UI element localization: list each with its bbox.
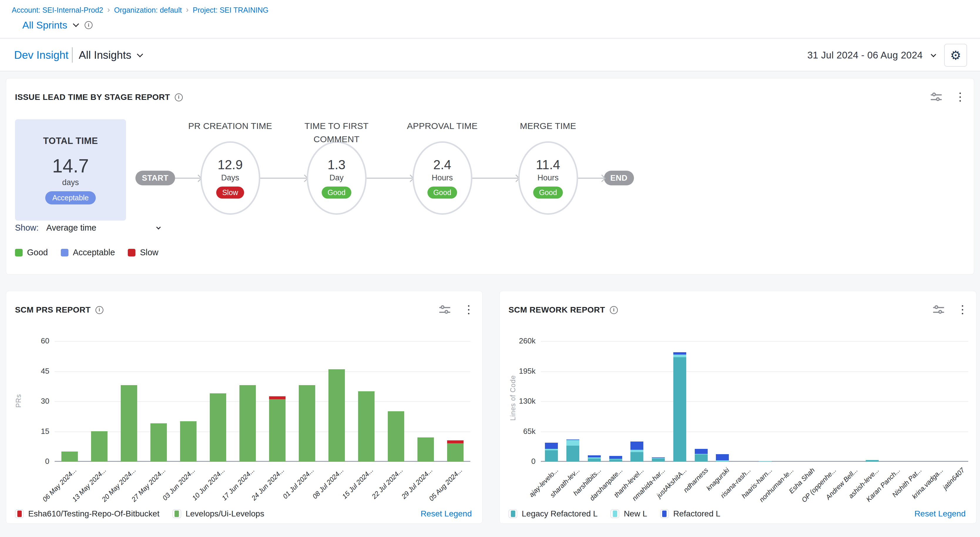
rework-legend: Legacy Refactored LNew LRefactored L Res…	[509, 509, 966, 518]
prs-legend: Esha610/Testing-Repo-Of-BitbucketLevelop…	[15, 509, 472, 518]
y-tick-label: 0	[25, 457, 49, 466]
insight-selector-label: All Insights	[79, 49, 131, 61]
bar-24 Jun 2024...[interactable]	[269, 396, 286, 461]
flow-stage-3: APPROVAL TIME2.4HoursGood	[412, 119, 473, 215]
sliders-icon[interactable]	[931, 92, 942, 102]
legend-item: Good	[15, 248, 48, 257]
bar-15 Jul 2024...[interactable]	[358, 391, 375, 461]
bar-ajay-levelo...[interactable]	[545, 443, 558, 461]
bar-segment	[545, 443, 558, 449]
chevron-down-icon	[73, 21, 79, 27]
gear-icon: ⚙	[950, 48, 961, 63]
flow-stage-4: MERGE TIME11.4HoursGood	[518, 119, 578, 215]
legend-item[interactable]: Legacy Refactored L	[509, 509, 598, 518]
bar-knagurski[interactable]	[716, 454, 729, 461]
legend-item[interactable]: Refactored L	[660, 509, 720, 518]
bar-nmahida-har...[interactable]	[652, 458, 665, 461]
legend-label: Good	[27, 248, 48, 257]
stage-circle[interactable]: 12.9DaysSlow	[200, 141, 260, 215]
bar-06 May 2024...[interactable]	[61, 451, 78, 461]
bar-segment	[673, 357, 686, 461]
stage-unit: Day	[329, 173, 344, 183]
bar-ndharness[interactable]	[695, 449, 708, 461]
flow-end-pill: END	[604, 171, 634, 185]
bar-03 Jun 2024...[interactable]	[180, 421, 197, 461]
bar-08 Jul 2024...[interactable]	[328, 369, 345, 461]
bar-darshanpate...[interactable]	[609, 456, 622, 461]
bar-ashish-leve...[interactable]	[866, 460, 879, 461]
stage-value: 2.4	[433, 157, 451, 172]
sprint-selector-label[interactable]: All Sprints	[22, 19, 67, 31]
stage-circle[interactable]: 2.4HoursGood	[412, 141, 473, 215]
bar-01 Jul 2024...[interactable]	[299, 385, 315, 461]
legend-label: Levelops/Ui-Levelops	[186, 509, 264, 518]
bar-05 Aug 2024...[interactable]	[447, 440, 464, 461]
scm-prs-panel: SCM PRS REPORT i PRs 01530456006 May 202…	[6, 291, 483, 524]
legend-label: Slow	[140, 248, 158, 257]
bar-27 May 2024...[interactable]	[150, 423, 167, 461]
reset-legend-link[interactable]: Reset Legend	[915, 509, 966, 518]
date-range-selector[interactable]: 31 Jul 2024 - 06 Aug 2024	[807, 50, 923, 61]
legend-item[interactable]: Esha610/Testing-Repo-Of-Bitbucket	[15, 509, 159, 518]
show-value[interactable]: Average time	[46, 223, 96, 233]
insight-selector[interactable]: All Insights	[79, 49, 142, 61]
lead-time-legend: GoodAcceptableSlow	[15, 248, 158, 257]
reset-legend-link[interactable]: Reset Legend	[421, 509, 472, 518]
bar-29 Jul 2024...[interactable]	[417, 437, 434, 461]
bar-segment	[630, 452, 643, 461]
bar-justAkshitA...[interactable]	[673, 352, 686, 461]
stage-circle[interactable]: 11.4HoursGood	[518, 141, 578, 215]
bar-sharath-lev...[interactable]	[566, 440, 579, 461]
gridline	[541, 432, 968, 432]
y-tick-label: 45	[25, 367, 49, 376]
bar-segment	[269, 396, 286, 399]
stage-name: MERGE TIME	[500, 119, 597, 132]
show-dropdown[interactable]: Show: Average time	[15, 223, 160, 233]
lead-time-flow: STARTPR CREATION TIME12.9DaysSlowTIME TO…	[135, 119, 634, 219]
stage-unit: Days	[221, 173, 239, 183]
bar-segment	[447, 440, 464, 443]
bar-segment	[673, 354, 686, 357]
bar-13 May 2024...[interactable]	[91, 431, 108, 461]
bar-segment	[588, 455, 601, 458]
bar-20 May 2024...[interactable]	[121, 385, 137, 461]
bar-haaris-harn...[interactable]	[759, 461, 772, 461]
bar-22 Jul 2024...[interactable]	[388, 411, 404, 461]
bar-segment	[759, 461, 772, 461]
prs-chart: PRs 01530456006 May 2024...13 May 2024..…	[6, 291, 482, 523]
legend-swatch	[172, 509, 181, 518]
dev-insight-link[interactable]: Dev Insight	[14, 49, 68, 61]
breadcrumb-item[interactable]: Organization: default	[114, 6, 182, 14]
bar-segment	[673, 352, 686, 354]
bar-segment	[417, 437, 434, 461]
bar-segment	[588, 459, 601, 461]
y-tick-label: 15	[25, 427, 49, 436]
sprint-selector[interactable]: All Sprints i	[22, 19, 92, 31]
bar-thanh-level...[interactable]	[630, 442, 643, 461]
stage-circle[interactable]: 1.3DayGood	[307, 141, 367, 215]
breadcrumb-item[interactable]: Project: SEI TRAINING	[193, 6, 269, 14]
y-tick-label: 60	[25, 336, 49, 345]
bar-harshilbits...[interactable]	[588, 455, 601, 461]
chevron-down-icon	[137, 51, 143, 57]
stage-name: TIME TO FIRST COMMENT	[288, 119, 385, 146]
legend-item[interactable]: Levelops/Ui-Levelops	[172, 509, 264, 518]
bar-17 Jun 2024...[interactable]	[239, 385, 256, 461]
bar-segment	[328, 369, 345, 461]
flow-start-pill: START	[135, 171, 175, 185]
stage-value: 11.4	[536, 157, 560, 172]
bar-10 Jun 2024...[interactable]	[210, 393, 226, 461]
bar-segment	[609, 456, 622, 459]
legend-item[interactable]: New L	[611, 509, 647, 518]
chart-plot: 01530456006 May 2024...13 May 2024...20 …	[55, 341, 470, 461]
legend-item: Acceptable	[61, 248, 115, 257]
info-icon[interactable]: i	[84, 21, 92, 29]
y-tick-label: 30	[25, 397, 49, 406]
total-time-badge: Acceptable	[45, 191, 96, 205]
settings-button[interactable]: ⚙	[944, 44, 967, 67]
bar-segment	[630, 450, 643, 452]
breadcrumb-item[interactable]: Account: SEI-Internal-Prod2	[12, 6, 103, 14]
scm-rework-panel: SCM REWORK REPORT i Lines of Code 065k13…	[500, 291, 977, 524]
info-icon[interactable]: i	[175, 94, 183, 101]
kebab-menu-icon[interactable]	[957, 91, 963, 103]
